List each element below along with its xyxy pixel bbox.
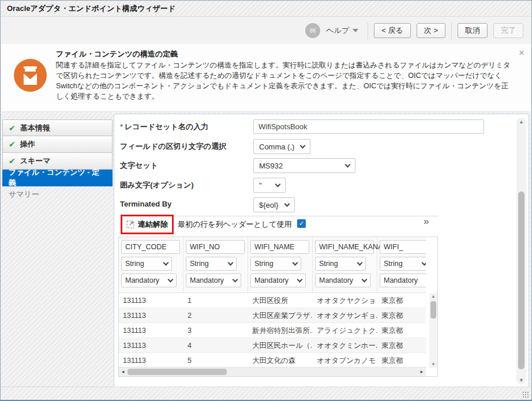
- table-row[interactable]: 1311135大田文化の森オオタブンカノモリ東京都: [119, 353, 426, 368]
- next-button[interactable]: 次 >: [417, 23, 445, 38]
- required-asterisk: *: [120, 122, 123, 131]
- grid-body: 1311131大田区役所オオタクヤクショ東京都1311132大田区産業プラザ..…: [119, 293, 426, 368]
- recordset-label: *レコードセット名の入力: [120, 122, 208, 132]
- column-name-input-value: CITY_CODE: [125, 243, 167, 251]
- table-row[interactable]: 1311133新井宿特別出張所...アライジュクトク...東京都: [119, 323, 426, 338]
- table-cell: 131113: [119, 353, 183, 368]
- enclosure-label: 囲み文字(オプション): [120, 180, 194, 190]
- column-type-select[interactable]: String: [121, 257, 172, 271]
- sidebar-step[interactable]: ✔基本情報: [2, 119, 113, 136]
- column-type-select[interactable]: String: [250, 257, 301, 271]
- table-row[interactable]: 1311134大田区民ホール（...オオタクミンホー...東京都: [119, 338, 426, 353]
- column-name-input[interactable]: CITY_CODE: [121, 240, 180, 254]
- resize-grip[interactable]: [522, 391, 529, 398]
- chevron-down-icon: [345, 162, 351, 167]
- table-cell: 東京都: [377, 338, 426, 353]
- column-requirement-select[interactable]: Mandatory: [380, 273, 426, 287]
- column-requirement-select-value: Mandatory: [125, 276, 159, 284]
- scroll-up-icon[interactable]: ▲: [516, 118, 526, 126]
- column-name-input[interactable]: WIFI_NAME: [250, 240, 309, 254]
- delimiter-select[interactable]: Comma (,): [253, 139, 310, 154]
- table-cell: 131113: [119, 308, 183, 323]
- column-type-select[interactable]: String: [380, 257, 426, 271]
- column-requirement-select-value: Mandatory: [319, 276, 353, 284]
- table-cell: 大田文化の森: [248, 353, 313, 368]
- table-row[interactable]: 1311132大田区産業プラザ...オオタクサンギョ...東京都: [119, 308, 426, 323]
- recordset-name-input[interactable]: [253, 119, 484, 134]
- table-cell: オオタクサンギョ...: [313, 308, 377, 323]
- chevron-down-icon: [168, 276, 174, 282]
- toolbar-divider: [451, 22, 452, 39]
- charset-label: 文字セット: [120, 160, 158, 171]
- scroll-down-icon[interactable]: ▼: [516, 376, 526, 384]
- column-name-input-value: WIFI_NAME: [254, 243, 294, 251]
- help-menu[interactable]: ヘルプ: [326, 25, 358, 36]
- scroll-down-icon[interactable]: ▼: [429, 361, 437, 368]
- file-adapter-icon: [14, 59, 47, 92]
- grid-vertical-scrollbar[interactable]: ▲ ▼: [429, 293, 437, 368]
- column-type-select-value: String: [190, 260, 209, 268]
- chevron-down-icon: [275, 181, 281, 187]
- chevron-down-icon: [233, 276, 238, 282]
- detach-button-annotated[interactable]: 連結解除: [121, 215, 174, 234]
- page-description: 関連する詳細を指定してファイル・コンテンツの構造を指定します。実行時に読取りまた…: [56, 60, 515, 102]
- table-cell: 131113: [119, 323, 183, 338]
- column-type-select[interactable]: String: [315, 257, 366, 271]
- grid-header-row: CITY_CODEStringMandatoryWIFI_NOStringMan…: [119, 237, 426, 293]
- step-complete-check-icon: ✔: [9, 124, 16, 132]
- grid-horizontal-scrollbar[interactable]: ◄ ►: [119, 367, 426, 376]
- sidebar-step[interactable]: ファイル・コンテンツ - 定義: [2, 170, 113, 186]
- column-type-select-value: String: [254, 260, 274, 268]
- detach-icon: [126, 220, 134, 228]
- scroll-left-icon[interactable]: ◄: [119, 368, 127, 377]
- column-type-select[interactable]: String: [186, 257, 237, 271]
- first-row-header-label: 最初の行を列ヘッダーとして使用: [178, 219, 291, 230]
- scrollbar-thumb[interactable]: [430, 301, 436, 318]
- column-name-input[interactable]: WIFI_: [380, 240, 426, 254]
- charset-select[interactable]: MS932: [253, 158, 355, 173]
- terminated-by-label: Terminated By: [120, 200, 171, 208]
- table-cell: 4: [183, 338, 248, 353]
- window-title: Oracleアダプタ・エンドポイント構成ウィザード: [1, 1, 531, 17]
- chevron-down-icon: [297, 276, 303, 282]
- column-name-input[interactable]: WIFI_NAME_KANA: [315, 240, 374, 254]
- grid-column-header: WIFI_NAMEStringMandatory: [248, 237, 313, 293]
- table-cell: 東京都: [377, 308, 426, 323]
- step-complete-check-icon: ✔: [9, 140, 16, 148]
- wizard-window: Oracleアダプタ・エンドポイント構成ウィザード ヘルプ < 戻る 次 > 取…: [0, 0, 532, 401]
- table-cell: 東京都: [377, 353, 426, 368]
- panel-vertical-scrollbar[interactable]: ▲ ▼: [516, 118, 526, 384]
- table-row[interactable]: 1311131大田区役所オオタクヤクショ東京都: [119, 293, 426, 308]
- column-requirement-select[interactable]: Mandatory: [121, 273, 177, 287]
- close-icon[interactable]: ×: [519, 48, 524, 58]
- column-name-input[interactable]: WIFI_NO: [186, 240, 245, 254]
- grid-column-header: WIFI_StringMandatory: [377, 237, 426, 293]
- back-button[interactable]: < 戻る: [374, 23, 411, 38]
- table-cell: 新井宿特別出張所...: [248, 323, 313, 338]
- column-requirement-select[interactable]: Mandatory: [186, 273, 241, 287]
- chevron-down-icon: [353, 29, 358, 32]
- page-header: ファイル・コンテンツの構造の定義 関連する詳細を指定してファイル・コンテンツの構…: [1, 44, 531, 112]
- scrollbar-thumb[interactable]: [518, 192, 524, 369]
- enclosure-select[interactable]: ": [253, 178, 286, 193]
- section-divider: [163, 216, 439, 216]
- cancel-button[interactable]: 取消: [458, 23, 488, 38]
- chevron-down-icon: [357, 260, 363, 265]
- scrollbar-thumb[interactable]: [128, 369, 227, 375]
- table-cell: アライジュクトク...: [313, 323, 377, 338]
- grid-column-header: WIFI_NAME_KANAStringMandatory: [313, 237, 377, 293]
- status-footer: [1, 387, 531, 400]
- step-complete-check-icon: ✔: [9, 157, 16, 165]
- maximize-icon[interactable]: »: [424, 216, 429, 227]
- table-cell: 大田区役所: [248, 293, 313, 308]
- scroll-right-icon[interactable]: ►: [418, 368, 426, 377]
- first-row-header-checkbox[interactable]: ✓: [297, 219, 306, 228]
- sidebar-step[interactable]: ✔操作: [2, 136, 113, 153]
- page-title: ファイル・コンテンツの構造の定義: [56, 49, 178, 59]
- column-requirement-select[interactable]: Mandatory: [250, 273, 306, 287]
- column-requirement-select[interactable]: Mandatory: [315, 273, 370, 287]
- terminated-by-select[interactable]: ${eol}: [253, 197, 295, 212]
- table-cell: 東京都: [377, 323, 426, 338]
- content-panel: *レコードセット名の入力 フィールドの区切り文字の選択 Comma (,) 文字…: [114, 114, 529, 388]
- scroll-up-icon[interactable]: ▲: [429, 293, 437, 300]
